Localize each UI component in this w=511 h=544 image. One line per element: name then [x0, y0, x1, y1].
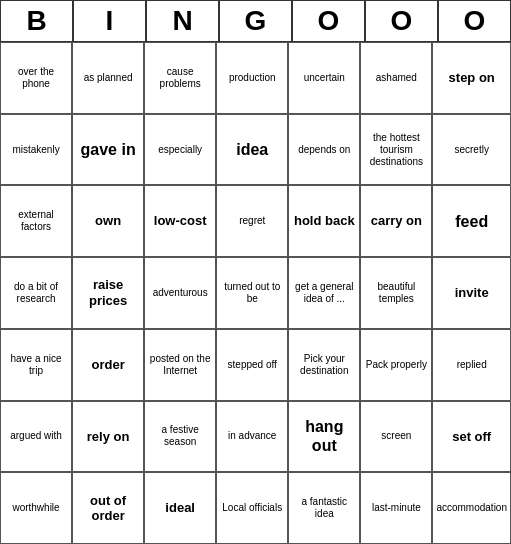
- bingo-cell-8: gave in: [72, 114, 144, 186]
- header-cell-O: O: [365, 0, 438, 42]
- header-cell-B: B: [0, 0, 73, 42]
- bingo-cell-36: rely on: [72, 401, 144, 473]
- bingo-cell-15: own: [72, 185, 144, 257]
- bingo-cell-5: ashamed: [360, 42, 432, 114]
- header-cell-G: G: [219, 0, 292, 42]
- bingo-cell-30: posted on the Internet: [144, 329, 216, 401]
- bingo-cell-3: production: [216, 42, 288, 114]
- header-cell-O: O: [438, 0, 511, 42]
- bingo-cell-9: especially: [144, 114, 216, 186]
- bingo-cell-14: external factors: [0, 185, 72, 257]
- bingo-cell-16: low-cost: [144, 185, 216, 257]
- bingo-cell-23: adventurous: [144, 257, 216, 329]
- bingo-cell-21: do a bit of research: [0, 257, 72, 329]
- bingo-cell-22: raise prices: [72, 257, 144, 329]
- bingo-cell-18: hold back: [288, 185, 360, 257]
- bingo-cell-48: accommodation: [432, 472, 511, 544]
- bingo-cell-31: stepped off: [216, 329, 288, 401]
- bingo-cell-45: Local officials: [216, 472, 288, 544]
- bingo-cell-26: beautiful temples: [360, 257, 432, 329]
- bingo-cell-25: get a general idea of ...: [288, 257, 360, 329]
- bingo-cell-24: turned out to be: [216, 257, 288, 329]
- bingo-cell-46: a fantastic idea: [288, 472, 360, 544]
- bingo-cell-40: screen: [360, 401, 432, 473]
- bingo-cell-44: ideal: [144, 472, 216, 544]
- bingo-cell-11: depends on: [288, 114, 360, 186]
- bingo-cell-2: cause problems: [144, 42, 216, 114]
- bingo-cell-39: hang out: [288, 401, 360, 473]
- bingo-cell-35: argued with: [0, 401, 72, 473]
- bingo-cell-7: mistakenly: [0, 114, 72, 186]
- bingo-cell-6: step on: [432, 42, 511, 114]
- header-cell-I: I: [73, 0, 146, 42]
- bingo-cell-12: the hottest tourism destinations: [360, 114, 432, 186]
- bingo-cell-28: have a nice trip: [0, 329, 72, 401]
- bingo-cell-41: set off: [432, 401, 511, 473]
- bingo-cell-47: last-minute: [360, 472, 432, 544]
- header-cell-O: O: [292, 0, 365, 42]
- bingo-cell-13: secretly: [432, 114, 511, 186]
- bingo-cell-20: feed: [432, 185, 511, 257]
- bingo-cell-43: out of order: [72, 472, 144, 544]
- bingo-cell-29: order: [72, 329, 144, 401]
- bingo-cell-33: Pack properly: [360, 329, 432, 401]
- bingo-cell-17: regret: [216, 185, 288, 257]
- bingo-header: BINGOOO: [0, 0, 511, 42]
- bingo-cell-1: as planned: [72, 42, 144, 114]
- bingo-cell-4: uncertain: [288, 42, 360, 114]
- bingo-cell-34: replied: [432, 329, 511, 401]
- bingo-cell-42: worthwhile: [0, 472, 72, 544]
- header-cell-N: N: [146, 0, 219, 42]
- bingo-cell-32: Pick your destination: [288, 329, 360, 401]
- bingo-cell-38: in advance: [216, 401, 288, 473]
- bingo-cell-10: idea: [216, 114, 288, 186]
- bingo-grid: over the phoneas plannedcause problemspr…: [0, 42, 511, 544]
- bingo-cell-27: invite: [432, 257, 511, 329]
- bingo-cell-37: a festive season: [144, 401, 216, 473]
- bingo-cell-19: carry on: [360, 185, 432, 257]
- bingo-cell-0: over the phone: [0, 42, 72, 114]
